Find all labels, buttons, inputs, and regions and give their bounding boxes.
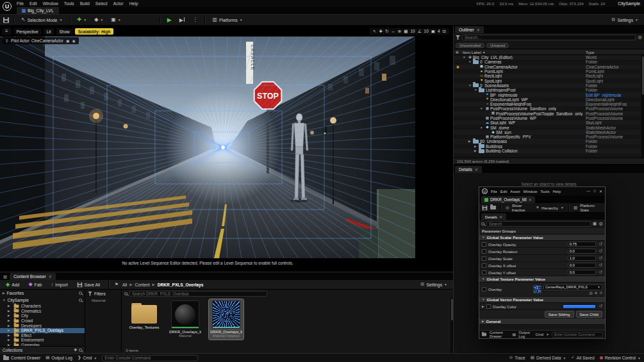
- lock-view-icon[interactable]: ◉: [72, 39, 76, 43]
- camera-speed-icon[interactable]: ▣: [431, 29, 435, 34]
- browse-icon[interactable]: ▤: [590, 291, 593, 295]
- override-checkbox[interactable]: [482, 249, 486, 254]
- asset-tile-material[interactable]: DRKR_Overlays_M Material: [168, 299, 202, 340]
- param-value-field[interactable]: 1.0: [568, 256, 596, 261]
- minimize-icon[interactable]: —: [586, 189, 590, 193]
- platforms-dropdown[interactable]: ▥ Platforms ▼: [210, 16, 245, 24]
- grid-snap-value[interactable]: 10: [410, 29, 415, 34]
- plus-icon[interactable]: ✚: [74, 348, 77, 352]
- cb-settings-dropdown[interactable]: ⚙Settings▼: [418, 281, 450, 288]
- sidebar-item-crowd[interactable]: ▶Crowd: [0, 318, 85, 324]
- search-icon[interactable]: [79, 292, 82, 295]
- mi-title-bar[interactable]: U File Edit Asset Window Tools Help —□✕: [479, 187, 605, 195]
- close-icon[interactable]: ✕: [599, 189, 602, 193]
- search-icon[interactable]: [79, 349, 82, 352]
- tab-outliner[interactable]: Outliner ✕: [455, 26, 484, 33]
- fab-button[interactable]: ◆Fab: [26, 281, 44, 288]
- chevron-right-icon[interactable]: ▶: [474, 149, 479, 152]
- mi-menu-help[interactable]: Help: [553, 189, 561, 193]
- mi-menu-edit[interactable]: Edit: [500, 189, 508, 193]
- table-row[interactable]: ▦PlatformSpecific_PPVPostProcessVolume: [454, 135, 641, 139]
- chevron-right-icon[interactable]: ▶: [482, 305, 484, 308]
- column-type[interactable]: Type: [586, 50, 594, 54]
- sidebar-item-drkr-pxls-overlays[interactable]: ▶DRKR_PXLS_Overlays: [0, 328, 85, 333]
- table-row[interactable]: ▼0_SceneAssetsFolder: [454, 83, 641, 88]
- show-inactive-button[interactable]: Show Inactive: [512, 203, 534, 212]
- mi-menu-window[interactable]: Window: [524, 189, 538, 193]
- chevron-down-icon[interactable]: ▼: [468, 84, 473, 87]
- menu-edit[interactable]: Edit: [29, 1, 37, 6]
- chevron-down-icon[interactable]: ▼: [480, 126, 484, 129]
- camera-speed-value[interactable]: 4: [438, 29, 440, 34]
- scalability-badge[interactable]: Scalability: High: [75, 28, 114, 35]
- edit-blueprint-link[interactable]: Edit BP_nightmode: [586, 93, 622, 97]
- trace-button[interactable]: ⊙Trace: [509, 356, 525, 360]
- table-row[interactable]: ▶BuildingsFolder: [454, 144, 641, 149]
- table-row[interactable]: ▦PostProcessVolume_WPPostProcessVolume: [454, 116, 641, 120]
- sidebar-item-cinematics[interactable]: ▶Cinematics: [0, 309, 85, 314]
- reset-icon[interactable]: ↺: [599, 263, 602, 267]
- table-row[interactable]: ◉▣CineCameraActorCineCameraActor: [454, 65, 641, 69]
- sidebar-item-developers[interactable]: ▶Developers: [0, 323, 85, 328]
- derived-data-dropdown[interactable]: ▤Derived Data▼: [531, 356, 566, 360]
- world-space-icon[interactable]: ⊕: [398, 29, 401, 34]
- reset-icon[interactable]: ↺: [599, 242, 602, 246]
- output-log-button[interactable]: Output Log: [518, 331, 533, 338]
- mi-search-input[interactable]: [486, 221, 591, 227]
- texture-section-header[interactable]: ▼Global Texture Parameter Value: [479, 276, 605, 283]
- cmd-dropdown[interactable]: ❯Cmd▼: [78, 356, 97, 360]
- override-checkbox[interactable]: [486, 304, 491, 309]
- close-icon[interactable]: ✕: [477, 28, 480, 32]
- menu-file[interactable]: File: [17, 1, 24, 6]
- chevron-down-icon[interactable]: ▼: [480, 107, 484, 110]
- console-command-input[interactable]: [102, 355, 198, 361]
- reset-icon[interactable]: ↺: [599, 304, 602, 308]
- breadcrumb-current[interactable]: DRKR_PXLS_Overlays: [158, 283, 203, 287]
- all-saved-indicator[interactable]: ✓All Saved: [571, 356, 594, 360]
- texture-thumbnail[interactable]: [533, 285, 541, 293]
- material-instance-editor-window[interactable]: U File Edit Asset Window Tools Help —□✕ …: [479, 186, 606, 339]
- tab-content-browser[interactable]: Content Browser ✕: [10, 273, 56, 280]
- maximize-icon[interactable]: □: [593, 189, 596, 193]
- breadcrumb-content[interactable]: Content: [135, 283, 149, 287]
- chevron-down-icon[interactable]: ▼: [463, 56, 467, 59]
- cinematics-button[interactable]: ▣▼: [108, 16, 124, 24]
- cmd-dropdown[interactable]: Cmd: [536, 333, 543, 336]
- show-dropdown[interactable]: Show: [56, 28, 73, 35]
- reset-icon[interactable]: ↺: [599, 256, 602, 260]
- mode-dropdown[interactable]: ↖ Selection Mode ▼: [19, 16, 65, 24]
- close-icon[interactable]: ✕: [529, 197, 532, 202]
- menu-select[interactable]: Select: [95, 1, 108, 6]
- gear-icon[interactable]: ⚙: [638, 35, 642, 40]
- move-tool-icon[interactable]: ✚: [379, 29, 382, 34]
- menu-tools[interactable]: Tools: [64, 1, 74, 6]
- outliner-search-input[interactable]: [462, 35, 636, 40]
- asset-search-input[interactable]: [129, 291, 267, 297]
- play-options-button[interactable]: ⋮: [190, 16, 200, 24]
- table-row[interactable]: ≈ExponentialHeightFogExponentialHeightFo…: [454, 102, 641, 106]
- view-mode-dropdown[interactable]: Lit: [44, 28, 54, 35]
- filter-icon[interactable]: [456, 35, 460, 40]
- mi-menu-asset[interactable]: Asset: [510, 189, 520, 193]
- sidebar-item-effect[interactable]: ▶Effect: [0, 333, 85, 338]
- skip-button[interactable]: ▶: [177, 16, 188, 24]
- param-value-field[interactable]: 0.0: [568, 263, 596, 268]
- save-icon[interactable]: [3, 17, 9, 23]
- sidebar-item-city[interactable]: ▶City: [0, 313, 85, 318]
- select-tool-icon[interactable]: ↖: [373, 29, 376, 34]
- chip-uncontrolled[interactable]: Uncontrolled: [456, 43, 484, 48]
- close-icon[interactable]: ✕: [499, 215, 502, 219]
- scale-tool-icon[interactable]: ↔: [391, 29, 395, 34]
- save-icon[interactable]: [483, 205, 488, 210]
- breadcrumb-all[interactable]: All: [122, 283, 127, 287]
- filters-header[interactable]: Filters: [85, 290, 121, 297]
- root-folder-header[interactable]: ▼CitySample: [0, 297, 85, 304]
- texture-select[interactable]: CenterRays_DRKR_PXLS▼: [543, 284, 602, 290]
- asset-scrollbar[interactable]: [450, 297, 453, 353]
- level-viewport[interactable]: LASALLE STOP: [0, 26, 453, 272]
- save-child-button[interactable]: Save Child: [576, 311, 602, 318]
- viewport-options-button[interactable]: ≡: [2, 28, 12, 35]
- chevron-down-icon[interactable]: ▼: [474, 88, 479, 92]
- table-row[interactable]: ▦PostProcessVolumePostToggle_Sandbox_onl…: [454, 111, 641, 116]
- chip-unsaved[interactable]: Unsaved: [486, 43, 509, 48]
